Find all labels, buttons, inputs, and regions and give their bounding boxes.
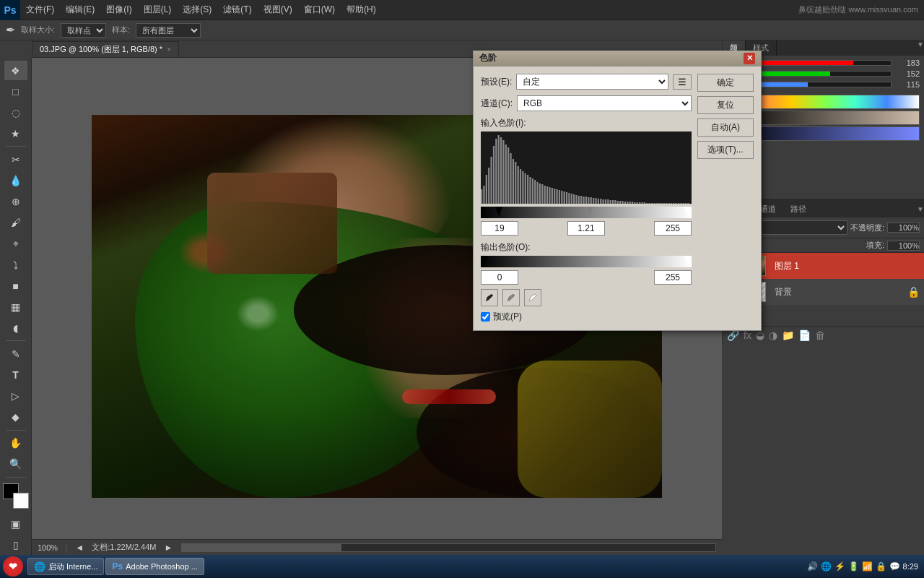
input-white-thumb[interactable] [684,207,692,217]
menu-filter[interactable]: 滤镜(T) [217,0,257,20]
input-mid-value[interactable] [567,221,605,236]
taskbar-start-button[interactable]: ❤ [3,556,23,577]
heal-tool[interactable]: ⊕ [4,192,27,212]
input-black-value[interactable] [481,221,518,236]
output-black-value[interactable] [481,270,518,285]
preview-checkbox[interactable] [481,312,490,322]
tab-close-btn[interactable]: × [167,46,171,53]
history-tool[interactable]: ⤵ [4,255,27,275]
auto-btn[interactable]: 自动(A) [697,118,754,137]
black-eyedropper-btn[interactable] [481,289,498,306]
confirm-btn[interactable]: 确定 [697,74,754,92]
sample-size-select[interactable]: 取样点 [61,23,106,38]
reset-btn[interactable]: 复位 [697,96,754,114]
sample-select[interactable]: 所有图层 [136,23,201,38]
menu-file[interactable]: 文件(F) [20,0,60,20]
output-white-thumb[interactable] [684,256,692,266]
menu-image[interactable]: 图像(I) [100,0,137,20]
crop-tool[interactable]: ✂ [4,150,27,169]
panel-expand-icon[interactable]: ▼ [917,40,924,56]
svg-rect-41 [580,196,582,204]
preset-select[interactable]: 自定 [516,74,668,90]
tray-icon-5[interactable]: 📶 [862,561,873,571]
menu-window[interactable]: 窗口(W) [298,0,341,20]
link-layers-btn[interactable]: 🔗 [727,329,739,341]
brush-tool[interactable]: 🖌 [4,213,27,233]
fg-bg-colors[interactable] [3,483,29,509]
scroll-indicator[interactable] [181,543,716,552]
white-eyedropper-btn[interactable] [524,289,541,306]
status-separator: | [65,543,67,553]
opacity-input[interactable] [887,223,920,233]
marquee-tool[interactable]: □ [4,82,27,101]
preset-options-btn[interactable]: ☰ [673,74,692,90]
tray-icon-6[interactable]: 🔒 [876,561,886,571]
menu-right-text: 鼻缤越贻劲哒 www.missvuan.com [798,4,924,15]
hand-tool[interactable]: ✋ [4,434,27,453]
eyedropper-tool[interactable]: 💧 [4,171,27,191]
menu-edit[interactable]: 编辑(E) [60,0,100,20]
dialog-titlebar[interactable]: 色阶 ✕ [474,51,761,66]
dialog-close-btn[interactable]: ✕ [744,53,755,64]
lasso-tool[interactable]: ◌ [4,103,27,122]
wand-tool[interactable]: ★ [4,124,27,143]
preset-row: 预设(E): 自定 ☰ [481,74,692,90]
layers-panel-expand[interactable]: ▼ [917,205,924,213]
tab-paths[interactable]: 路径 [783,200,814,217]
pen-tool[interactable]: ✎ [4,344,27,363]
move-tool[interactable]: ❖ [4,61,27,80]
fill-input[interactable] [887,241,920,251]
background-color[interactable] [13,493,29,509]
eraser-tool[interactable]: ■ [4,276,27,296]
text-tool[interactable]: T [4,365,27,384]
new-layer-btn[interactable]: 📄 [798,329,811,341]
svg-rect-79 [673,203,674,204]
dodge-tool[interactable]: ◖ [4,318,27,337]
input-white-value[interactable] [654,221,692,236]
shape-tool[interactable]: ◆ [4,407,27,427]
clone-tool[interactable]: ⌖ [4,234,27,254]
taskbar-ie-btn[interactable]: 🌐 启动 Interne... [27,558,104,575]
options-btn[interactable]: 选项(T)... [697,141,754,159]
document-tab[interactable]: 03.JPG @ 100% (图层 1, RGB/8) * × [32,41,179,57]
taskbar-ps-btn[interactable]: Ps Adobe Photoshop ... [105,558,204,575]
next-arrow[interactable]: ► [164,543,174,553]
output-label: 输出色阶(O): [481,241,692,254]
input-black-thumb[interactable] [495,207,502,217]
add-mask-btn[interactable]: ◒ [756,329,764,341]
svg-rect-72 [656,203,658,204]
adjustment-btn[interactable]: ◑ [769,329,777,341]
preview-label: 预览(P) [493,311,522,323]
delete-layer-btn[interactable]: 🗑 [815,329,825,341]
svg-rect-25 [541,184,543,204]
taskbar: ❤ 🌐 启动 Interne... Ps Adobe Photoshop ...… [0,555,924,578]
input-mid-thumb[interactable] [586,207,593,217]
layer-name-bg: 背景 [775,286,903,298]
screen-mode-btn[interactable]: ▯ [4,535,27,555]
add-style-btn[interactable]: fx [744,329,751,341]
prev-arrow[interactable]: ◄ [74,543,84,553]
menu-layer[interactable]: 图层(L) [138,0,178,20]
channel-select[interactable]: RGB [517,95,692,111]
output-black-thumb[interactable] [481,256,488,266]
quick-mask-btn[interactable]: ▣ [4,514,27,534]
tray-icon-3[interactable]: ⚡ [834,561,845,571]
zoom-tool[interactable]: 🔍 [4,454,27,474]
tray-icon-2[interactable]: 🌐 [821,561,832,571]
tray-icon-1[interactable]: 🔊 [807,561,818,571]
path-tool[interactable]: ▷ [4,387,27,406]
svg-rect-6 [495,139,497,204]
gradient-tool[interactable]: ▦ [4,297,27,316]
tray-icon-7[interactable]: 💬 [889,561,900,571]
folder-btn[interactable]: 📁 [782,329,794,341]
tray-icon-4[interactable]: 🔋 [848,561,859,571]
output-white-value[interactable] [654,270,692,285]
menu-view[interactable]: 视图(V) [258,0,298,20]
doc-info: 文档:1.22M/2.44M [92,542,156,553]
menu-items: 文件(F) 编辑(E) 图像(I) 图层(L) 选择(S) 滤镜(T) 视图(V… [20,0,382,20]
menu-help[interactable]: 帮助(H) [341,0,382,20]
svg-rect-40 [578,196,580,204]
menu-select[interactable]: 选择(S) [177,0,217,20]
gray-eyedropper-btn[interactable] [502,289,520,306]
svg-rect-45 [590,197,592,204]
